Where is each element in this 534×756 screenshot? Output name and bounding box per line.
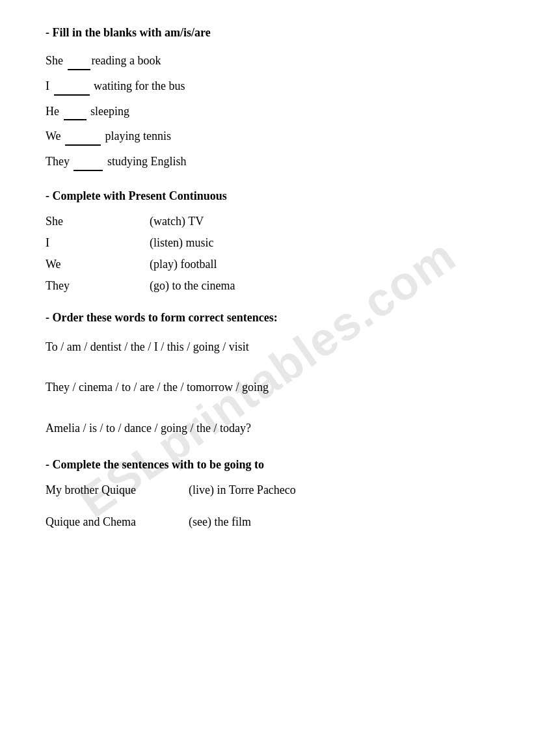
blank-3 bbox=[64, 119, 87, 120]
pc-line-3: We (play) football bbox=[39, 258, 495, 271]
rest-2: watiting for the bus bbox=[91, 79, 185, 92]
page-content: Fill in the blanks with am/is/are She re… bbox=[39, 26, 495, 529]
exercise-line-4: We playing tennis bbox=[39, 127, 495, 146]
section-fill-blanks: Fill in the blanks with am/is/are She re… bbox=[39, 26, 495, 171]
predicate-1: (watch) TV bbox=[150, 215, 204, 228]
exercise-line-1: She reading a book bbox=[39, 51, 495, 70]
exercise-line-5: They studying English bbox=[39, 152, 495, 171]
subject-quique-chema: Quique and Chema bbox=[46, 515, 189, 529]
pc-line-1: She (watch) TV bbox=[39, 215, 495, 228]
blank-1 bbox=[68, 69, 90, 70]
rest-1: reading a book bbox=[92, 54, 161, 67]
predicate-bgt-2: (see) the film bbox=[189, 515, 251, 529]
bgt-line-1: My brother Quique (live) in Torre Pachec… bbox=[39, 483, 495, 497]
subject-we-2: We bbox=[46, 258, 150, 271]
pc-line-2: I (listen) music bbox=[39, 236, 495, 250]
order-sentence-3: Amelia / is / to / dance / going / the /… bbox=[39, 418, 495, 439]
subject-they-2: They bbox=[46, 279, 150, 293]
subject-i-2: I bbox=[46, 236, 150, 250]
subject-we-1: We bbox=[46, 129, 64, 142]
section-present-continuous: Complete with Present Continuous She (wa… bbox=[39, 189, 495, 293]
order-sentence-2: They / cinema / to / are / the / tomorro… bbox=[39, 377, 495, 398]
predicate-4: (go) to the cinema bbox=[150, 279, 235, 293]
subject-i-1: I bbox=[46, 79, 53, 92]
instruction-3: Order these words to form correct senten… bbox=[39, 311, 495, 325]
predicate-2: (listen) music bbox=[150, 236, 213, 250]
order-sentence-1: To / am / dentist / the / I / this / goi… bbox=[39, 336, 495, 357]
instruction-2: Complete with Present Continuous bbox=[39, 189, 495, 203]
subject-he-1: He bbox=[46, 105, 62, 118]
pc-line-4: They (go) to the cinema bbox=[39, 279, 495, 293]
instruction-1: Fill in the blanks with am/is/are bbox=[39, 26, 495, 40]
subject-brother: My brother Quique bbox=[46, 483, 189, 497]
section-be-going-to: Complete the sentences with to be going … bbox=[39, 458, 495, 529]
predicate-bgt-1: (live) in Torre Pacheco bbox=[189, 483, 296, 497]
blank-5 bbox=[73, 170, 103, 171]
section-order-sentences: Order these words to form correct senten… bbox=[39, 311, 495, 439]
subject-they-1: They bbox=[46, 155, 72, 168]
rest-4: playing tennis bbox=[102, 129, 171, 142]
subject-she-1: She bbox=[46, 54, 66, 67]
subject-she-2: She bbox=[46, 215, 150, 228]
blank-2 bbox=[54, 94, 90, 96]
bgt-line-2: Quique and Chema (see) the film bbox=[39, 515, 495, 529]
exercise-line-2: I watiting for the bus bbox=[39, 77, 495, 96]
blank-4 bbox=[65, 144, 101, 146]
predicate-3: (play) football bbox=[150, 258, 217, 271]
rest-3: sleeping bbox=[88, 105, 130, 118]
rest-5: studying English bbox=[104, 155, 186, 168]
instruction-4: Complete the sentences with to be going … bbox=[39, 458, 495, 472]
exercise-line-3: He sleeping bbox=[39, 102, 495, 121]
